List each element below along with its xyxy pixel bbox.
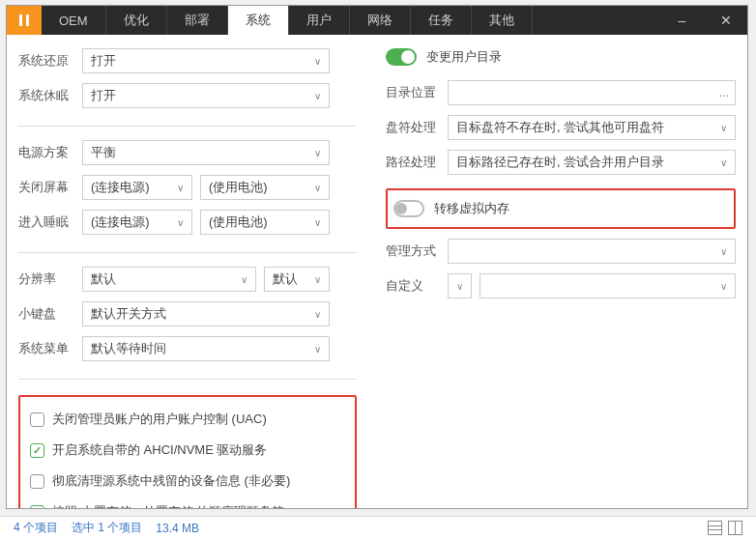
- checkbox-label: 按照 内置存储->外置存储 的顺序理顺盘符: [52, 503, 284, 508]
- tab-network[interactable]: 网络: [350, 6, 411, 35]
- chevron-down-icon: ∨: [314, 344, 321, 355]
- label-numpad: 小键盘: [18, 305, 74, 323]
- select-value: 目标盘符不存在时, 尝试其他可用盘符: [456, 119, 664, 136]
- label-drive-handling: 盘符处理: [386, 119, 440, 136]
- select-custom-2[interactable]: ∨: [480, 273, 736, 298]
- tab-task[interactable]: 任务: [411, 6, 472, 35]
- checkbox-cleanup-devices[interactable]: [30, 474, 44, 489]
- select-sleep-dc[interactable]: (使用电池) ∨: [200, 210, 330, 235]
- select-value: (连接电源): [91, 179, 150, 196]
- checkbox-ahci-nvme[interactable]: [30, 443, 44, 458]
- select-screen-off-dc[interactable]: (使用电池) ∨: [200, 175, 330, 200]
- select-value: 打开: [91, 52, 116, 70]
- select-numpad[interactable]: 默认开关方式 ∨: [82, 301, 330, 326]
- select-drive-handling[interactable]: 目标盘符不存在时, 尝试其他可用盘符 ∨: [448, 115, 736, 140]
- chevron-down-icon: ∨: [314, 56, 321, 67]
- label-system-restore: 系统还原: [18, 52, 74, 70]
- highlighted-toggle-box: 转移虚拟内存: [386, 188, 736, 229]
- browse-icon[interactable]: ...: [719, 86, 729, 99]
- checkbox-label: 开启系统自带的 AHCI/NVME 驱动服务: [52, 441, 267, 459]
- checkbox-uac[interactable]: [30, 412, 44, 427]
- status-selected: 选中 1 个项目: [72, 520, 142, 536]
- view-details-icon[interactable]: [708, 521, 722, 535]
- select-value: 默认开关方式: [91, 305, 166, 323]
- label-hibernate: 系统休眠: [18, 87, 74, 104]
- select-hibernate[interactable]: 打开 ∨: [82, 83, 330, 108]
- chevron-down-icon: ∨: [314, 148, 321, 158]
- select-resolution-2[interactable]: 默认 ∨: [264, 267, 330, 292]
- label-resolution: 分辨率: [18, 270, 74, 288]
- chevron-down-icon: ∨: [720, 157, 727, 168]
- status-size: 13.4 MB: [156, 522, 199, 535]
- pause-button[interactable]: [7, 6, 42, 35]
- select-value: 目标路径已存在时, 尝试合并用户目录: [456, 154, 664, 171]
- divider: [18, 379, 357, 380]
- minimize-button[interactable]: –: [660, 6, 704, 35]
- close-button[interactable]: ✕: [704, 6, 747, 35]
- label-system-menu: 系统菜单: [18, 340, 74, 357]
- label-screen-off: 关闭屏幕: [18, 179, 74, 196]
- tab-deploy[interactable]: 部署: [167, 6, 228, 35]
- checkbox-label: 关闭管理员账户的用户账户控制 (UAC): [52, 411, 267, 428]
- chevron-down-icon: ∨: [720, 246, 727, 257]
- select-value: (使用电池): [209, 179, 268, 196]
- label-sleep: 进入睡眠: [18, 213, 74, 231]
- select-value: 默认等待时间: [91, 340, 166, 357]
- select-system-restore[interactable]: 打开 ∨: [82, 48, 330, 73]
- label-path-handling: 路径处理: [386, 154, 440, 171]
- label-custom: 自定义: [386, 277, 440, 295]
- tab-optimize[interactable]: 优化: [106, 6, 167, 35]
- label-power-plan: 电源方案: [18, 144, 74, 161]
- select-value: (使用电池): [209, 213, 268, 231]
- chevron-down-icon: ∨: [314, 217, 321, 228]
- status-items-count: 4 个项目: [14, 520, 58, 536]
- highlighted-checkbox-group: 关闭管理员账户的用户账户控制 (UAC) 开启系统自带的 AHCI/NVME 驱…: [18, 395, 357, 508]
- select-custom-1[interactable]: ∨: [448, 273, 472, 298]
- select-manage-method[interactable]: ∨: [448, 239, 736, 264]
- toggle-change-user-dir[interactable]: [386, 48, 417, 66]
- divider: [18, 126, 357, 127]
- label-dir-location: 目录位置: [386, 84, 440, 101]
- chevron-down-icon: ∨: [314, 274, 321, 285]
- select-value: (连接电源): [91, 213, 150, 231]
- chevron-down-icon: ∨: [177, 183, 184, 193]
- chevron-down-icon: ∨: [314, 309, 321, 320]
- input-dir-location[interactable]: ...: [448, 80, 736, 105]
- toggle-label: 转移虚拟内存: [434, 200, 509, 217]
- chevron-down-icon: ∨: [314, 91, 321, 101]
- chevron-down-icon: ∨: [720, 123, 727, 133]
- chevron-down-icon: ∨: [720, 281, 727, 292]
- chevron-down-icon: ∨: [241, 274, 247, 285]
- checkbox-label: 彻底清理源系统中残留的设备信息 (非必要): [52, 472, 290, 490]
- tab-oem[interactable]: OEM: [42, 6, 106, 35]
- select-screen-off-ac[interactable]: (连接电源) ∨: [82, 175, 192, 200]
- tab-system[interactable]: 系统: [228, 6, 289, 35]
- chevron-down-icon: ∨: [177, 217, 184, 228]
- select-value: 平衡: [91, 144, 116, 161]
- tab-other[interactable]: 其他: [472, 6, 533, 35]
- select-resolution[interactable]: 默认 ∨: [82, 267, 256, 292]
- select-system-menu[interactable]: 默认等待时间 ∨: [82, 336, 330, 361]
- select-power-plan[interactable]: 平衡 ∨: [82, 140, 330, 165]
- chevron-down-icon: ∨: [314, 183, 321, 193]
- toggle-move-vm[interactable]: [393, 200, 424, 217]
- svg-rect-0: [19, 14, 22, 26]
- tab-user[interactable]: 用户: [289, 6, 350, 35]
- select-value: 默认: [273, 270, 298, 288]
- chevron-down-icon: ∨: [456, 281, 463, 292]
- select-sleep-ac[interactable]: (连接电源) ∨: [82, 210, 192, 235]
- toggle-label: 变更用户目录: [426, 48, 502, 66]
- divider: [18, 252, 357, 253]
- checkbox-reorder-drives[interactable]: [30, 505, 44, 509]
- svg-rect-1: [26, 14, 29, 26]
- status-bar: 4 个项目 选中 1 个项目 13.4 MB: [0, 516, 756, 539]
- select-path-handling[interactable]: 目标路径已存在时, 尝试合并用户目录 ∨: [448, 150, 736, 175]
- view-thumbnails-icon[interactable]: [728, 521, 742, 535]
- select-value: 打开: [91, 87, 116, 104]
- label-manage-method: 管理方式: [386, 242, 440, 260]
- select-value: 默认: [91, 270, 116, 288]
